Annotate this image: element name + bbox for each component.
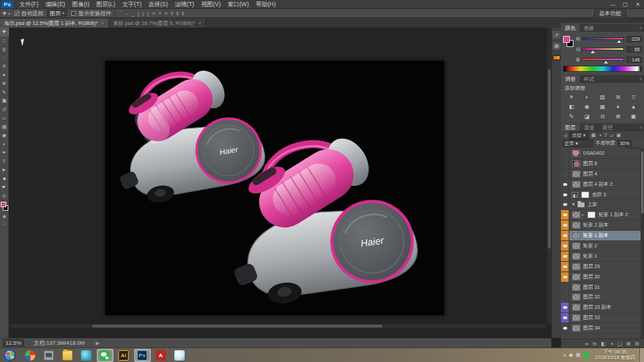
tool-preset-caret-icon[interactable]: ▾: [8, 11, 10, 16]
layer-row[interactable]: 矩形 2 副本: [561, 220, 644, 231]
posterize-icon[interactable]: ⊟: [598, 113, 607, 121]
layer-visibility-toggle[interactable]: [561, 303, 569, 312]
layer-visibility-toggle[interactable]: [561, 220, 569, 230]
layer-row[interactable]: 图层 30: [561, 272, 644, 283]
menu-item[interactable]: 窗口(W): [224, 1, 252, 8]
layer-thumbnail[interactable]: [572, 222, 580, 229]
color-tab-1[interactable]: 颜色: [561, 24, 580, 32]
screenshot-tool[interactable]: [41, 349, 57, 362]
menu-item[interactable]: 文字(T): [119, 1, 145, 8]
eraser-tool[interactable]: ▱: [0, 114, 9, 123]
photo-filter-icon[interactable]: ♦: [613, 103, 623, 111]
blur-tool[interactable]: ◉: [0, 131, 9, 140]
quick-selection-tool[interactable]: ◌: [0, 54, 9, 63]
new-group-button[interactable]: ▢: [615, 341, 624, 347]
layer-thumbnail[interactable]: [572, 325, 580, 332]
invert-icon[interactable]: ◪: [582, 113, 592, 121]
threshold-icon[interactable]: ⊠: [613, 113, 623, 121]
history-brush-tool[interactable]: ↺: [0, 106, 9, 115]
foreground-color-swatch[interactable]: [1, 202, 6, 207]
eyedropper-tool[interactable]: ✦: [0, 71, 9, 80]
layer-row[interactable]: 矩形 1 副本: [561, 231, 644, 241]
color-lookup-icon[interactable]: ✎: [567, 113, 576, 121]
channel-slider-b[interactable]: [582, 58, 624, 61]
channel-mixer-icon[interactable]: ▲: [629, 103, 638, 111]
properties-panel-icon[interactable]: ▤: [553, 42, 560, 50]
brush-tool[interactable]: ✎: [0, 88, 9, 97]
layer-visibility-toggle[interactable]: [561, 313, 569, 323]
dodge-tool[interactable]: ◐: [0, 140, 9, 149]
clone-stamp-tool[interactable]: ▣: [0, 97, 9, 106]
file-explorer[interactable]: [59, 349, 76, 362]
layer-visibility-toggle[interactable]: [561, 169, 569, 179]
layer-visibility-toggle[interactable]: [561, 292, 569, 302]
new-adjustment-layer-button[interactable]: ◑: [608, 341, 616, 347]
layer-row[interactable]: ◧色阶 3: [561, 190, 644, 200]
distribute-vertical-centers[interactable]: ≡: [156, 11, 163, 16]
crop-tool[interactable]: #: [0, 62, 9, 71]
move-tool-icon[interactable]: ✛: [2, 10, 7, 17]
align-top-edges[interactable]: ¯: [118, 11, 124, 16]
black-white-icon[interactable]: ▦: [598, 103, 607, 111]
status-options-arrow-icon[interactable]: ▶: [96, 341, 100, 346]
layer-thumbnail[interactable]: [572, 232, 580, 239]
gradient-tool[interactable]: ▤: [0, 123, 9, 132]
opacity-field[interactable]: 30%: [618, 140, 632, 146]
wechat[interactable]: [97, 349, 113, 362]
zoom-level-field[interactable]: 12.5%: [3, 339, 24, 347]
layer-thumbnail[interactable]: [572, 274, 580, 280]
layer-row[interactable]: 图层 34: [561, 323, 644, 334]
horizontal-scrollbar[interactable]: [9, 324, 546, 328]
layer-style-button[interactable]: fx: [591, 341, 599, 347]
adjustments-panel-menu-icon[interactable]: ≡: [639, 75, 644, 83]
maximize-button[interactable]: ▢: [619, 0, 632, 9]
layer-thumbnail[interactable]: [572, 211, 580, 218]
layer-visibility-toggle[interactable]: [561, 251, 569, 261]
pen-tool[interactable]: ✒: [0, 149, 9, 158]
layers-tab-1[interactable]: 图层: [561, 124, 580, 131]
layer-row[interactable]: DSA0402: [561, 149, 644, 159]
new-layer-button[interactable]: ⊞: [624, 341, 632, 347]
layer-visibility-toggle[interactable]: [561, 180, 569, 189]
color-tab-2[interactable]: 色板: [580, 24, 598, 32]
layer-visibility-toggle[interactable]: [561, 231, 569, 240]
path-selection-tool[interactable]: ►: [0, 166, 9, 175]
panel-foreground-swatch[interactable]: [563, 36, 570, 43]
distribute-right-edges[interactable]: ‖: [180, 11, 185, 16]
layer-thumbnail[interactable]: [572, 263, 580, 270]
layer-row[interactable]: 矩形 1: [561, 251, 644, 262]
menu-item[interactable]: 编辑(E): [42, 1, 68, 8]
layer-row[interactable]: 图层 33 副本: [561, 303, 644, 313]
add-mask-button[interactable]: ◧: [599, 341, 608, 347]
menu-item[interactable]: 视图(V): [198, 1, 224, 8]
layer-row[interactable]: 图层 4: [561, 169, 644, 180]
layer-thumbnail[interactable]: [572, 181, 580, 188]
layer-thumbnail[interactable]: [572, 150, 580, 157]
menu-item[interactable]: 选择(S): [145, 1, 171, 8]
filter-type-layers-icon[interactable]: T: [602, 133, 608, 137]
filter-shape-layers-icon[interactable]: ▱: [609, 133, 615, 137]
auto-select-dropdown[interactable]: 图层▾: [47, 10, 67, 17]
layer-row[interactable]: 图层 31: [561, 283, 644, 293]
delete-layer-button[interactable]: ⊟: [633, 341, 641, 347]
tray-icon-volume[interactable]: ◉: [569, 352, 573, 358]
filter-smart-objects-icon[interactable]: ▣: [615, 133, 623, 137]
exposure-icon[interactable]: ⊞: [613, 93, 623, 102]
layer-mask-thumbnail[interactable]: [581, 191, 589, 198]
close-tab-icon[interactable]: ×: [199, 20, 201, 26]
show-desktop-button[interactable]: [639, 348, 644, 362]
levels-icon[interactable]: ◐: [582, 93, 592, 102]
layer-row[interactable]: 图层 8: [561, 159, 644, 169]
menu-item[interactable]: 文件(F): [16, 1, 42, 8]
layer-visibility-toggle[interactable]: [561, 149, 569, 158]
start-button[interactable]: [4, 350, 16, 361]
layer-row[interactable]: 图层 33: [561, 313, 644, 323]
mask-link-icon[interactable]: ∞: [581, 213, 584, 217]
filter-picker-icon[interactable]: ◎: [562, 133, 569, 138]
layers-tab-3[interactable]: 路径: [598, 124, 617, 131]
layer-visibility-toggle[interactable]: [561, 323, 569, 333]
menu-item[interactable]: 滤镜(T): [172, 1, 198, 8]
browser-app[interactable]: [172, 349, 188, 362]
color-balance-icon[interactable]: ◉: [582, 103, 592, 111]
show-transform-checkbox[interactable]: [71, 11, 76, 16]
